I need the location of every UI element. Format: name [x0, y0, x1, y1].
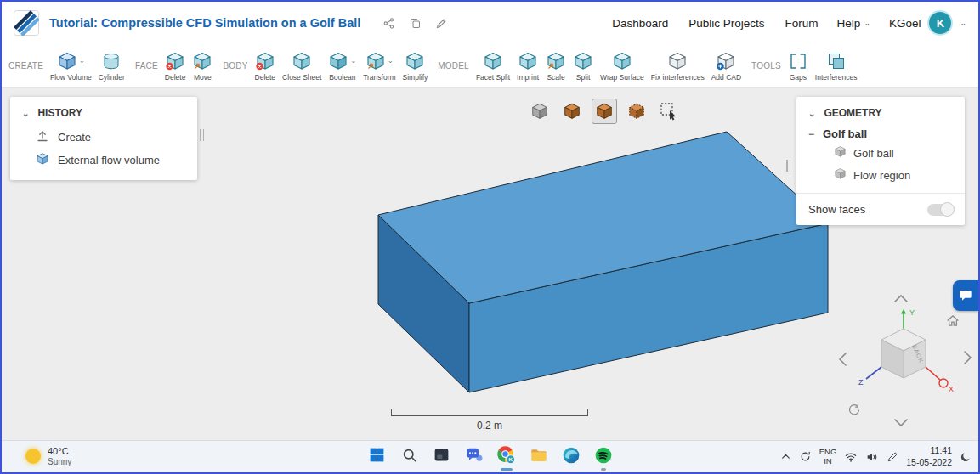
- browser-profile-button[interactable]: K: [492, 443, 521, 471]
- tool-create-cylinder[interactable]: Cylinder: [95, 49, 128, 83]
- orbit-right-chevron-icon[interactable]: [963, 350, 972, 365]
- flow-volume-icon: ⌄: [57, 51, 85, 71]
- toolbar-groups: CREATE⌄Flow VolumeCylinderFACEDeleteMove…: [8, 49, 972, 83]
- scale-bar-label: 0.2 m: [391, 420, 588, 432]
- clock[interactable]: 11:41 15-05-2022: [906, 445, 952, 467]
- imprint-icon: [518, 51, 538, 71]
- orbit-up-chevron-icon[interactable]: [893, 294, 909, 303]
- weather-widget[interactable]: 40°C Sunny: [25, 446, 71, 466]
- doc-actions: [382, 17, 448, 30]
- tool-body-delete[interactable]: Delete: [252, 49, 280, 83]
- cad-toolbar: CREATE⌄Flow VolumeCylinderFACEDeleteMove…: [2, 44, 978, 88]
- toolbar-group-label: TOOLS: [751, 61, 781, 71]
- delete-face-icon: [165, 51, 185, 71]
- notifications-moon-icon[interactable]: [960, 451, 972, 463]
- tool-model-fix-interferences[interactable]: Fix interferences: [648, 49, 708, 83]
- user-menu[interactable]: KGoel K ⌄: [889, 10, 966, 36]
- toolbar-group-label: BODY: [223, 61, 247, 71]
- history-resize-handle[interactable]: [200, 129, 207, 141]
- tool-label: Transform: [363, 73, 395, 82]
- history-item-external-flow-volume[interactable]: External flow volume: [10, 149, 197, 172]
- geometry-resize-handle[interactable]: [786, 160, 794, 172]
- user-name: KGoel: [889, 17, 921, 30]
- edge-button[interactable]: [557, 443, 586, 471]
- help-menu[interactable]: Help ⌄: [837, 17, 870, 30]
- view-shaded-edges-icon[interactable]: [592, 99, 617, 124]
- history-panel-title: HISTORY: [37, 107, 82, 119]
- body-icon: [834, 167, 847, 183]
- windows-taskbar: 40°C Sunny K ENG IN: [2, 440, 978, 472]
- project-title: Tutorial: Compressible CFD Simulation on…: [49, 16, 360, 30]
- scale-bar: 0.2 m: [391, 409, 588, 432]
- chevron-down-icon: ⌄: [350, 57, 356, 65]
- geometry-item-golf-ball[interactable]: Golf ball: [796, 142, 965, 164]
- tool-tools-gaps[interactable]: Gaps: [785, 49, 812, 83]
- geometry-panel-header[interactable]: ⌄ GEOMETRY: [796, 97, 965, 126]
- chat-button[interactable]: [460, 443, 489, 471]
- toolbar-group-model: MODELFacet SplitImprintScaleSplitWrap Su…: [438, 49, 745, 83]
- spotify-button[interactable]: [589, 443, 618, 471]
- nav-public-projects[interactable]: Public Projects: [688, 17, 764, 30]
- tool-model-scale[interactable]: Scale: [542, 49, 569, 83]
- tool-body-transform[interactable]: ⌄Transform: [360, 49, 399, 83]
- language-label: ENG: [819, 448, 837, 457]
- search-button[interactable]: [395, 443, 424, 471]
- simplify-icon: [405, 51, 425, 71]
- geometry-root-item[interactable]: − Golf ball: [796, 126, 965, 142]
- tray-chevron-up-icon[interactable]: [780, 451, 791, 462]
- edit-icon[interactable]: [435, 17, 448, 30]
- orbit-down-chevron-icon[interactable]: [893, 418, 909, 427]
- app-logo-icon[interactable]: [14, 10, 39, 36]
- show-faces-toggle[interactable]: [927, 204, 953, 216]
- tool-model-split[interactable]: Split: [569, 49, 597, 83]
- tool-model-wrap-surface[interactable]: Wrap Surface: [597, 49, 648, 83]
- task-view-button[interactable]: [428, 443, 456, 471]
- volume-icon[interactable]: [865, 450, 879, 464]
- tool-create-flow-volume[interactable]: ⌄Flow Volume: [47, 49, 95, 83]
- view-solid-icon[interactable]: [527, 99, 552, 124]
- tool-model-facet-split[interactable]: Facet Split: [473, 49, 513, 83]
- nav-dashboard[interactable]: Dashboard: [612, 17, 668, 30]
- tray-update-icon[interactable]: [799, 450, 812, 463]
- tool-face-move[interactable]: Move: [189, 49, 216, 83]
- file-explorer-button[interactable]: [524, 443, 553, 471]
- copy-icon[interactable]: [409, 17, 422, 30]
- tool-body-simplify[interactable]: Simplify: [399, 49, 432, 83]
- folder-icon: [530, 446, 548, 468]
- history-panel-header[interactable]: ⌄ HISTORY: [10, 97, 197, 126]
- collapse-icon[interactable]: −: [808, 128, 815, 140]
- tool-body-close-sheet[interactable]: Close Sheet: [279, 49, 325, 83]
- tool-model-imprint[interactable]: Imprint: [513, 49, 542, 83]
- view-cube[interactable]: YZXBACK: [854, 306, 956, 407]
- start-button[interactable]: [363, 443, 392, 471]
- wrap-surface-icon: [612, 51, 632, 71]
- language-switcher[interactable]: ENG IN: [819, 448, 837, 466]
- tool-label: Move: [194, 73, 212, 82]
- history-item-label: Create: [58, 131, 91, 144]
- tool-body-boolean[interactable]: ⌄Boolean: [325, 49, 360, 83]
- tool-label: Facet Split: [476, 73, 510, 82]
- view-shaded-icon[interactable]: [559, 99, 585, 124]
- chevron-down-icon: ⌄: [79, 57, 85, 65]
- tool-model-add-cad[interactable]: Add CAD: [708, 49, 745, 83]
- svg-text:K: K: [509, 456, 513, 462]
- tool-tools-interferences[interactable]: Interferences: [812, 49, 861, 83]
- nav-forum[interactable]: Forum: [785, 17, 819, 30]
- tool-label: Simplify: [403, 73, 428, 82]
- edge-icon: [562, 446, 581, 468]
- pen-icon[interactable]: [887, 451, 898, 463]
- scale-icon: [546, 51, 566, 71]
- fix-interferences-icon: [667, 51, 688, 71]
- tool-label: Imprint: [517, 73, 539, 82]
- wifi-icon[interactable]: [844, 450, 858, 464]
- geometry-panel-title: GEOMETRY: [824, 107, 881, 119]
- share-icon[interactable]: [382, 17, 395, 30]
- orbit-left-chevron-icon[interactable]: [838, 352, 847, 367]
- tool-face-delete[interactable]: Delete: [161, 49, 190, 83]
- geometry-item-flow-region[interactable]: Flow region: [796, 164, 965, 186]
- interferences-icon: [826, 51, 847, 71]
- history-item-create[interactable]: Create: [10, 126, 197, 149]
- box-select-icon[interactable]: [656, 99, 682, 124]
- tool-label: Wrap Surface: [600, 73, 644, 82]
- view-hidden-edges-icon[interactable]: [624, 99, 649, 124]
